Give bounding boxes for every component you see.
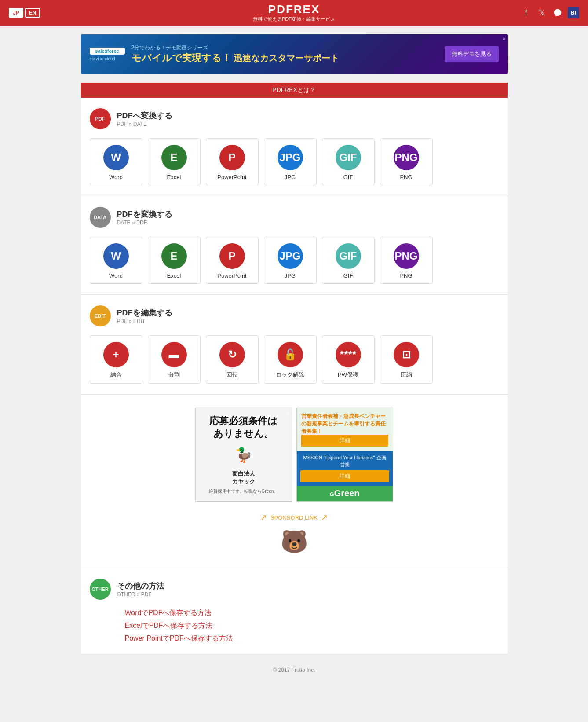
word-icon: W [103,243,129,269]
ppt-icon: P [219,243,245,269]
pdf-to-date-main: PDFへ変換する [117,110,172,121]
kayak-company-name: 面白法人カヤック [232,470,255,486]
unlock-icon: 🔓 [278,342,303,367]
ad-bold-text: 迅速なカスタマーサポート [234,53,339,63]
word-label: Word [109,174,123,180]
ad-green-bottom-text: MSSION "Expand Your Horizons" 企画営業 [300,454,389,468]
main-content: PDF PDFへ変換する PDF » DATE W Word E Excel P… [81,98,508,654]
png-icon: PNG [394,145,419,170]
ad-main-text: モバイルで実現する！ 迅速なカスタマーサポート [131,51,438,65]
ad-text-area: 2分でわかる！デモ動画シリーズ モバイルで実現する！ 迅速なカスタマーサポート [125,44,445,65]
tool-excel[interactable]: E Excel [148,138,201,185]
lang-jp-button[interactable]: JP [9,8,23,18]
other-label: その他の方法 OTHER » PDF [117,581,164,597]
tool-excel[interactable]: E Excel [148,237,201,284]
social-icons: f 𝕏 BI [520,7,579,18]
split-icon: ▬ [161,342,187,367]
site-logo[interactable]: PDFREX [253,4,335,15]
green-bar: GGreen [297,486,393,501]
ad-close-button[interactable]: × [503,36,505,41]
kayak-sub-text: 絶賛採用中です。転職ならGreen。 [209,488,278,495]
tool-pw[interactable]: **** PW保護 [322,335,375,384]
pdf-edit-tools: + 結合 ▬ 分割 ↻ 回転 🔓 ロック解除 **** PW保護 ⊡ [90,335,499,384]
logo-area: PDFREX 無料で使えるPDF変換・編集サービス [253,4,335,22]
jpg-icon: JPG [278,145,303,170]
other-section-link[interactable]: WordでPDFへ保存する方法 [125,608,499,618]
pdf-edit-label: PDFを編集する PDF » EDIT [117,308,172,324]
ad-box-green: 営業責任者候補・急成長ベンチャーの新規事業とチームを牽引する責任者募集！ 詳細 … [296,408,393,502]
ad-box-kayak: × 応募必須条件はありません。 🦆 面白法人カヤック 絶賛採用中です。転職ならG… [195,408,292,502]
line-icon[interactable] [552,7,563,18]
tool-compress[interactable]: ⊡ 圧縮 [380,335,433,384]
excel-icon: E [161,243,187,269]
word-label: Word [109,272,123,279]
rotate-icon: ↻ [219,342,245,367]
date-to-pdf-header: DATA PDFを変換する DATE » PDF [90,207,499,228]
pdf-to-date-label: PDFへ変換する PDF » DATE [117,110,172,127]
edit-badge: EDIT [90,305,111,326]
png-label: PNG [400,174,412,180]
pdf-badge: PDF [90,108,111,129]
tool-jpg[interactable]: JPG JPG [264,237,317,284]
gif-icon: GIF [336,145,361,170]
tool-ppt[interactable]: P PowerPoint [206,237,259,284]
site-header: JP EN PDFREX 無料で使えるPDF変換・編集サービス f 𝕏 BI [0,0,588,26]
pdf-edit-section: EDIT PDFを編集する PDF » EDIT + 結合 ▬ 分割 ↻ 回転 … [81,295,508,395]
ad-box-left-close[interactable]: × [287,410,289,415]
date-to-pdf-section: DATA PDFを変換する DATE » PDF W Word E Excel … [81,196,508,295]
pdf-edit-main: PDFを編集する [117,308,172,318]
tool-png[interactable]: PNG PNG [380,138,433,185]
tool-jpg[interactable]: JPG JPG [264,138,317,185]
ad-inner-wrap: × 応募必須条件はありません。 🦆 面白法人カヤック 絶賛採用中です。転職ならG… [195,408,393,502]
ad-kayak-title: 応募必須条件はありません。 [209,415,278,440]
tool-word[interactable]: W Word [90,237,142,284]
ad-top-text: 2分でわかる！デモ動画シリーズ [131,44,438,51]
ad-demo-button[interactable]: 無料デモを見る [445,46,499,62]
lang-en-button[interactable]: EN [25,8,40,18]
other-section-link[interactable]: ExcelでPDFへ保存する方法 [125,621,499,630]
word-icon: W [103,145,129,170]
tool-gif[interactable]: GIF GIF [322,237,375,284]
other-section-link[interactable]: Power PointでPDFへ保存する方法 [125,634,499,643]
facebook-icon[interactable]: f [520,7,532,18]
top-ad-banner: salesforce service cloud 2分でわかる！デモ動画シリーズ… [81,34,508,74]
sponsor-arrow-left: ↗ [260,513,267,522]
tool-split[interactable]: ▬ 分割 [148,335,201,384]
twitter-icon[interactable]: 𝕏 [536,7,548,18]
gif-label: GIF [343,272,353,279]
bi-icon[interactable]: BI [568,7,579,18]
ad-detail-btn-2[interactable]: 詳細 [300,470,389,482]
ppt-icon: P [219,145,245,170]
pdf-edit-sub: PDF » EDIT [117,318,172,324]
tool-merge[interactable]: + 結合 [90,335,142,384]
split-label: 分割 [168,371,180,379]
merge-icon: + [103,342,129,367]
sponsor-link-area: ↗ SPONSORD LINK ↗ [260,513,328,522]
tool-word[interactable]: W Word [90,138,142,185]
other-badge: OTHER [90,579,111,600]
compress-label: 圧縮 [401,371,412,379]
ad-detail-btn-1[interactable]: 詳細 [301,435,388,447]
other-section: OTHER その他の方法 OTHER » PDF WordでPDFへ保存する方法… [81,568,508,654]
section-title-bar: PDFREXとは？ [81,83,508,98]
tool-ppt[interactable]: P PowerPoint [206,138,259,185]
excel-label: Excel [167,174,181,180]
pdf-to-date-section: PDF PDFへ変換する PDF » DATE W Word E Excel P… [81,98,508,196]
date-to-pdf-sub: DATE » PDF [117,220,172,226]
green-label: Green [334,488,360,498]
salesforce-logo: salesforce [90,48,125,55]
other-links: WordでPDFへ保存する方法ExcelでPDFへ保存する方法Power Poi… [125,608,499,643]
site-subtitle: 無料で使えるPDF変換・編集サービス [253,16,335,22]
pdf-to-date-tools: W Word E Excel P PowerPoint JPG JPG GIF … [90,138,499,185]
bear-mascot-icon: 🐻 [281,529,308,554]
tool-rotate[interactable]: ↻ 回転 [206,335,259,384]
pdf-to-date-header: PDF PDFへ変換する PDF » DATE [90,108,499,129]
language-switcher: JP EN [9,8,40,18]
pdf-edit-header: EDIT PDFを編集する PDF » EDIT [90,305,499,326]
other-main: その他の方法 [117,581,164,591]
site-footer: © 2017 Frutto Inc. [0,658,588,682]
tool-png[interactable]: PNG PNG [380,237,433,284]
tool-gif[interactable]: GIF GIF [322,138,375,185]
sponsor-arrow-right: ↗ [321,513,328,522]
tool-unlock[interactable]: 🔓 ロック解除 [264,335,317,384]
